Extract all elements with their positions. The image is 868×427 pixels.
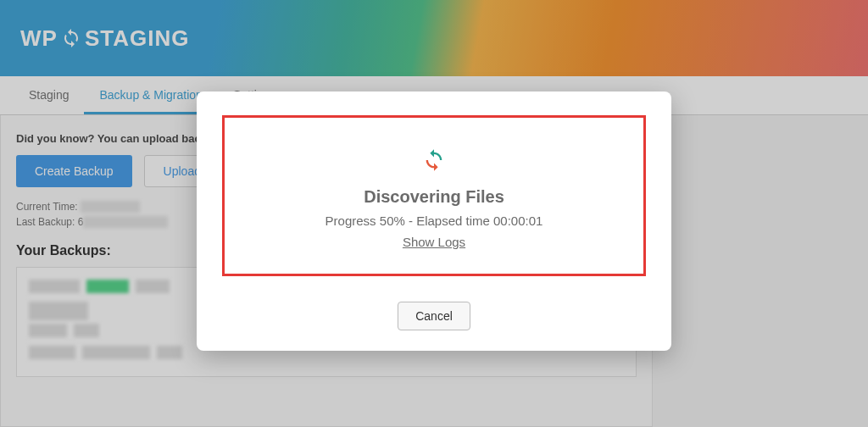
modal-footer: Cancel	[222, 302, 646, 330]
progress-modal: Discovering Files Progress 50% - Elapsed…	[197, 92, 671, 351]
show-logs-link[interactable]: Show Logs	[403, 235, 465, 249]
highlight-area: Discovering Files Progress 50% - Elapsed…	[222, 115, 646, 276]
progress-text: Progress 50% - Elapsed time 00:00:01	[233, 214, 635, 228]
modal-heading: Discovering Files	[233, 187, 635, 207]
spinner-icon	[422, 148, 446, 175]
modal-overlay: Discovering Files Progress 50% - Elapsed…	[0, 0, 868, 427]
cancel-button[interactable]: Cancel	[398, 302, 470, 330]
